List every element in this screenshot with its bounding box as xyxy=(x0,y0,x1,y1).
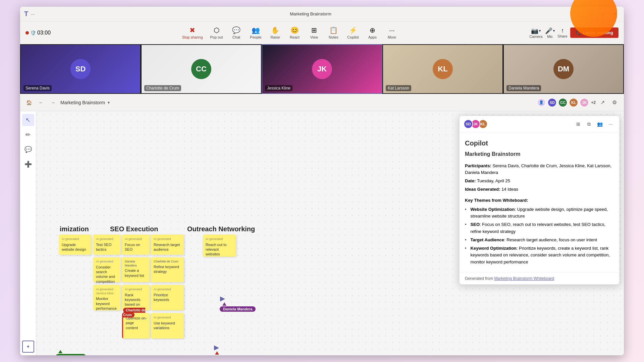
copilot-participants-field: Participants: Serena Davis, Charlotte de… xyxy=(465,163,614,177)
sticky-rank-keywords[interactable]: AI generated Rank keywords based on rele… xyxy=(122,285,150,310)
stop-sharing-button[interactable]: ✖ Stop sharing xyxy=(179,25,206,41)
sticky-upgrade-website[interactable]: AI generated Upgrade website design xyxy=(59,235,91,255)
chat-icon: 💬 xyxy=(232,26,240,34)
breadcrumb-caret-icon[interactable]: ▾ xyxy=(108,100,110,105)
more-participants-count: +2 xyxy=(591,100,596,105)
apps-button[interactable]: ⊕ Apps xyxy=(363,25,382,41)
ideas-value: 14 Ideas xyxy=(501,187,518,192)
meeting-toolbar: 🛡️ 03:00 ✖ Stop sharing ⬡ Pop out 💬 Chat… xyxy=(20,21,624,44)
participants-label: Participants: xyxy=(465,163,491,168)
sticky-research-audience[interactable]: AI generated Research target audience xyxy=(151,235,184,255)
record-badge[interactable]: 🛡️ 03:00 xyxy=(25,30,51,36)
copilot-date-field: Date: Tuesday, April 25 xyxy=(465,178,614,185)
participants-row: 👤 SD CC KL JK +2 ↗ ⚙ xyxy=(537,97,620,108)
sticky-optimize-onpage[interactable]: Charlotte de Crum Optimize on-page conte… xyxy=(122,313,150,338)
video-tile-kat: KL Kat Larsson xyxy=(382,44,503,94)
sticky-search-volume[interactable]: AI generated Consider search volume and … xyxy=(93,257,121,282)
mic-label: Mic xyxy=(547,35,553,39)
sticky-refine-keyword[interactable]: Charlotte de Crum Refine keyword strateg… xyxy=(151,257,184,282)
people-button[interactable]: 👥 People xyxy=(246,25,265,41)
pop-out-icon: ⬡ xyxy=(214,26,219,34)
avatar-daniela: DM xyxy=(553,59,574,79)
cursor-name-daniela: Daniela Mandera xyxy=(220,306,256,312)
nav-arrow-2: ▶ xyxy=(214,344,219,351)
sticky-keyword-list[interactable]: Daniela Mandera Create a keyword list xyxy=(122,257,150,282)
add-tool[interactable]: ➕ xyxy=(22,158,34,170)
ai-label: AI generated xyxy=(125,288,147,292)
cp-copy-button[interactable]: ⧉ xyxy=(584,119,594,129)
cursor-arrow-daniela xyxy=(222,302,226,306)
notes-icon: 📋 xyxy=(329,26,338,34)
avatar-kat: KL xyxy=(433,59,453,79)
daniela-cursor-label: Daniela Mandera xyxy=(220,302,256,312)
sticky-text: Refine keyword strategy xyxy=(154,265,179,274)
camera-control[interactable]: 📷 ▾ xyxy=(531,27,541,35)
sticky-test-seo[interactable]: AI generated Test SEO tactics xyxy=(93,235,121,255)
cp-share-button[interactable]: 👥 xyxy=(595,119,604,129)
stop-sharing-icon: ✖ xyxy=(190,26,195,34)
ideas-label: Ideas Generated: xyxy=(465,187,500,192)
video-tile-daniela: DM Daniela Mandera xyxy=(503,44,624,94)
comment-tool[interactable]: 💬 xyxy=(22,143,34,156)
window-title: Marketing Brainstorm xyxy=(35,11,586,16)
cp-av-1: SD xyxy=(464,119,473,129)
ai-label: AI generated xyxy=(96,237,118,241)
sticky-monitor-keyword[interactable]: AI generated · Jessica Kline Monitor key… xyxy=(93,285,121,310)
pop-out-button[interactable]: ⬡ Pop out xyxy=(207,25,226,41)
share-link-button[interactable]: ↗ xyxy=(597,97,608,108)
cursor-arrow-jessica xyxy=(58,350,62,353)
copilot-ideas-field: Ideas Generated: 14 Ideas xyxy=(465,186,614,193)
pen-tool[interactable]: ✏ xyxy=(22,129,34,141)
select-tool[interactable]: ↖ xyxy=(22,114,34,126)
mic-control[interactable]: 🎤 ▾ xyxy=(545,27,555,35)
avatar-row-current: 👤 xyxy=(537,98,546,107)
avatar-jessica: JK xyxy=(312,59,332,79)
theme-text: Target Audience: Research target audienc… xyxy=(471,237,597,244)
raise-button[interactable]: ✋ Raise xyxy=(266,25,284,41)
title-bar: T ··· Marketing Brainstorm — □ ✕ xyxy=(20,7,624,21)
whiteboard-area: ↖ ✏ 💬 ➕ ✦ imization SEO Execution Outrea… xyxy=(20,111,624,355)
share-group: ↑ Share xyxy=(557,27,567,38)
teams-more[interactable]: ··· xyxy=(31,11,35,17)
ai-label: AI generated · Jessica Kline xyxy=(96,288,118,295)
name-charlotte: Charlotte de Crum xyxy=(144,85,181,91)
share-label: Share xyxy=(557,34,567,38)
camera-label: Camera xyxy=(529,35,542,39)
sticky-text: Prioritize keywords xyxy=(154,293,169,302)
teams-copilot-tool[interactable]: ✦ xyxy=(22,341,34,353)
copilot-whiteboard-link[interactable]: Marketing Brainstorm Whiteboard xyxy=(494,276,554,281)
copilot-themes-list: Website Optimization: Upgrade website de… xyxy=(465,206,614,266)
chat-button[interactable]: 💬 Chat xyxy=(227,25,246,41)
sticky-keyword-variations[interactable]: AI generated Use keyword variations xyxy=(151,313,184,338)
react-button[interactable]: 😊 React xyxy=(285,25,304,41)
sticky-prioritize-keywords[interactable]: AI generated Prioritize keywords xyxy=(151,285,184,310)
sticky-focus-seo[interactable]: AI generated Focus on SEO xyxy=(122,235,150,255)
copilot-subtitle: Marketing Brainstorm xyxy=(465,150,614,159)
cursor-arrow-serena xyxy=(215,351,219,355)
home-button[interactable]: 🏠 xyxy=(24,98,34,107)
avatar-row-1: SD xyxy=(547,98,557,107)
theme-seo: SEO: Focus on SEO, reach out to relevant… xyxy=(465,221,614,235)
share-icon: ↑ xyxy=(561,27,564,34)
apps-icon: ⊕ xyxy=(370,26,375,34)
back-button[interactable]: ← xyxy=(36,98,46,107)
notes-button[interactable]: 📋 Notes xyxy=(324,25,343,41)
name-jessica: Jessica Kline xyxy=(265,85,292,91)
copilot-header-left: SD JK KL xyxy=(464,119,486,129)
video-tile-serena: SD Serena Davis xyxy=(20,44,141,94)
copilot-button[interactable]: ⚡ Copilot xyxy=(343,25,362,41)
date-value: Tuesday, April 25 xyxy=(477,178,510,183)
cp-more-button[interactable]: ··· xyxy=(606,119,615,129)
view-button[interactable]: ⊞ View xyxy=(305,25,323,41)
record-dot xyxy=(25,31,29,35)
video-tile-jessica: JK Jessica Kline xyxy=(262,44,382,94)
sticky-reach-out[interactable]: AI generated Reach out to relevant websi… xyxy=(203,235,236,256)
more-button[interactable]: ··· More xyxy=(382,25,401,41)
sticky-text: Focus on SEO xyxy=(125,243,140,251)
ai-label: AI generated xyxy=(96,260,118,264)
theme-target-audience: Target Audience: Research target audienc… xyxy=(465,237,614,244)
forward-button[interactable]: → xyxy=(48,98,58,107)
copilot-panel: SD JK KL ⊞ ⧉ 👥 ··· Copilot Marketing Br xyxy=(459,115,620,285)
cp-grid-button[interactable]: ⊞ xyxy=(574,119,583,129)
settings-button[interactable]: ⚙ xyxy=(609,97,620,108)
